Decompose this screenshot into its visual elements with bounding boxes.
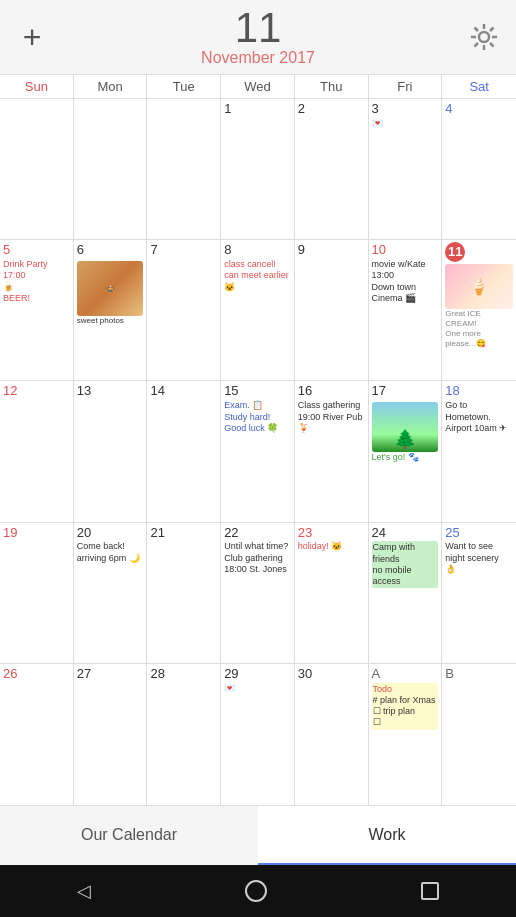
cell-4[interactable]: 4 (442, 99, 516, 239)
cell-B[interactable]: B (442, 664, 516, 805)
cell-5[interactable]: 5 Drink Party17:00🍺BEER! (0, 240, 74, 380)
cell-10-event: movie w/Kate13:00Down town Cinema 🎬 (372, 259, 439, 304)
header-wed: Wed (221, 75, 295, 98)
cell-13[interactable]: 13 (74, 381, 148, 521)
cell-20-event: Come back!arriving 6pm 🌙 (77, 541, 144, 564)
cell-6-event: sweet photos (77, 316, 144, 326)
cell-11[interactable]: 11 🍦 Great ICE CREAM!One more please...😋 (442, 240, 516, 380)
cell-12[interactable]: 12 (0, 381, 74, 521)
cell-17-image: 🌲 (372, 402, 439, 452)
cal-row-4: 19 20 Come back!arriving 6pm 🌙 21 22 Unt… (0, 523, 516, 664)
cell-8-event: class cancel!can meet earlier 🐱 (224, 259, 291, 293)
cell-8[interactable]: 8 class cancel!can meet earlier 🐱 (221, 240, 295, 380)
add-button[interactable]: + (10, 15, 54, 59)
cell-22[interactable]: 22 Until what time?Club gathering18:00 S… (221, 523, 295, 663)
cal-row-1: 1 2 3 💌 4 (0, 99, 516, 240)
day-number-21: 21 (150, 525, 217, 542)
nav-home-button[interactable] (245, 880, 267, 902)
day-number-28: 28 (150, 666, 217, 683)
cell-14[interactable]: 14 (147, 381, 221, 521)
day-number-15: 15 (224, 383, 291, 400)
day-number-5: 5 (3, 242, 70, 259)
cell-16[interactable]: 16 Class gathering19:00 River Pub 🍹 (295, 381, 369, 521)
day-number: 11 (235, 7, 282, 49)
cell-19[interactable]: 19 (0, 523, 74, 663)
cell-21[interactable]: 21 (147, 523, 221, 663)
cell-empty-1[interactable] (0, 99, 74, 239)
day-number-13: 13 (77, 383, 144, 400)
tab-our-calendar[interactable]: Our Calendar (0, 806, 258, 865)
top-bar: + 11 November 2017 (0, 0, 516, 75)
day-number-24: 24 (372, 525, 439, 542)
cal-row-2: 5 Drink Party17:00🍺BEER! 6 🍲 sweet photo… (0, 240, 516, 381)
cell-26[interactable]: 26 (0, 664, 74, 805)
day-number-30: 30 (298, 666, 365, 683)
cell-15-event: Exam. 📋Study hard!Good luck 🍀 (224, 400, 291, 434)
day-number-19: 19 (3, 525, 70, 542)
cell-23[interactable]: 23 holiday! 🐱 (295, 523, 369, 663)
tab-work-label: Work (368, 826, 405, 844)
cal-row-3: 12 13 14 15 Exam. 📋Study hard!Good luck … (0, 381, 516, 522)
day-number-17: 17 (372, 383, 439, 400)
cell-9[interactable]: 9 (295, 240, 369, 380)
cell-29[interactable]: 29 💌 (221, 664, 295, 805)
cell-27[interactable]: 27 (74, 664, 148, 805)
cell-A[interactable]: A Todo # plan for Xmas ☐ trip plan☐ (369, 664, 443, 805)
header-sun: Sun (0, 75, 74, 98)
day-number-10: 10 (372, 242, 439, 259)
cell-11-image: 🍦 (445, 264, 513, 309)
cell-3[interactable]: 3 💌 (369, 99, 443, 239)
gear-icon (469, 22, 499, 52)
tab-work[interactable]: Work (258, 806, 516, 865)
cell-25[interactable]: 25 Want to seenight scenery👌 (442, 523, 516, 663)
day-number-7: 7 (150, 242, 217, 259)
calendar: Sun Mon Tue Wed Thu Fri Sat 1 2 3 💌 4 (0, 75, 516, 805)
day-number-26: 26 (3, 666, 70, 683)
cell-18[interactable]: 18 Go to Hometown.Airport 10am ✈ (442, 381, 516, 521)
day-number-18: 18 (445, 383, 513, 400)
add-icon: + (23, 19, 42, 56)
cell-28[interactable]: 28 (147, 664, 221, 805)
cell-16-event: Class gathering19:00 River Pub 🍹 (298, 400, 365, 434)
cell-6-image: 🍲 (77, 261, 144, 316)
day-number-16: 16 (298, 383, 365, 400)
day-number-8: 8 (224, 242, 291, 259)
cell-6[interactable]: 6 🍲 sweet photos (74, 240, 148, 380)
day-number-23: 23 (298, 525, 365, 542)
cell-2[interactable]: 2 (295, 99, 369, 239)
header-fri: Fri (369, 75, 443, 98)
day-number-20: 20 (77, 525, 144, 542)
nav-back-button[interactable]: ◁ (77, 880, 91, 902)
cell-15[interactable]: 15 Exam. 📋Study hard!Good luck 🍀 (221, 381, 295, 521)
cell-20[interactable]: 20 Come back!arriving 6pm 🌙 (74, 523, 148, 663)
nav-recent-button[interactable] (421, 882, 439, 900)
cell-empty-2[interactable] (74, 99, 148, 239)
day-number-A: A (372, 666, 439, 683)
header-mon: Mon (74, 75, 148, 98)
cell-empty-3[interactable] (147, 99, 221, 239)
svg-line-7 (490, 28, 494, 32)
cell-10[interactable]: 10 movie w/Kate13:00Down town Cinema 🎬 (369, 240, 443, 380)
settings-button[interactable] (462, 15, 506, 59)
cell-24[interactable]: 24 Camp with friendsno mobile access (369, 523, 443, 663)
day-number-25: 25 (445, 525, 513, 542)
day-number-6: 6 (77, 242, 144, 259)
day-number-9: 9 (298, 242, 365, 259)
cell-25-event: Want to seenight scenery👌 (445, 541, 513, 575)
cell-24-event: Camp with friendsno mobile access (372, 541, 439, 588)
cell-11-event: Great ICE CREAM!One more please...😋 (445, 309, 513, 349)
cell-17[interactable]: 17 🌲 Let's go! 🐾 (369, 381, 443, 521)
android-nav-bar: ◁ (0, 865, 516, 917)
cell-5-event: Drink Party17:00🍺BEER! (3, 259, 70, 304)
day-number-14: 14 (150, 383, 217, 400)
cell-1[interactable]: 1 (221, 99, 295, 239)
cell-7[interactable]: 7 (147, 240, 221, 380)
cell-30[interactable]: 30 (295, 664, 369, 805)
day-headers: Sun Mon Tue Wed Thu Fri Sat (0, 75, 516, 99)
day-number-4: 4 (445, 101, 513, 118)
day-number-12: 12 (3, 383, 70, 400)
svg-line-8 (475, 43, 479, 47)
day-number-27: 27 (77, 666, 144, 683)
cell-29-event: 💌 (224, 683, 291, 694)
day-number-29: 29 (224, 666, 291, 683)
